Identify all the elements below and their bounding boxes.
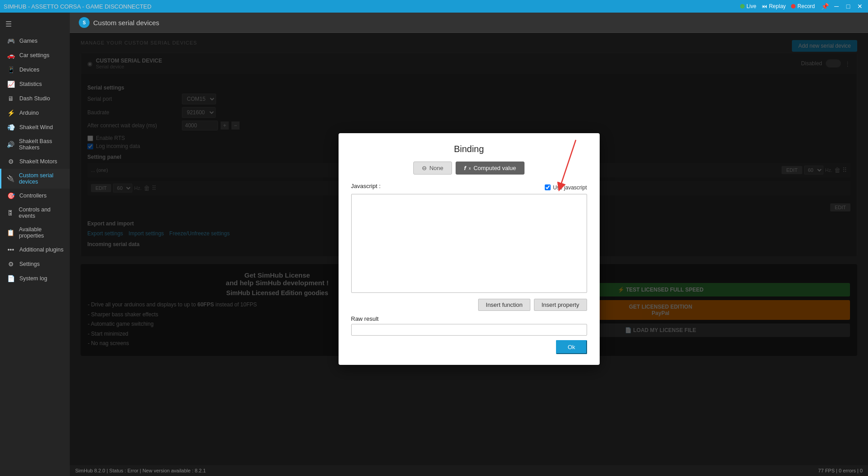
sidebar-item-shakelt-motors[interactable]: ⚙ ShakeIt Motors — [0, 154, 70, 169]
tab-computed[interactable]: fx Computed value — [456, 162, 525, 175]
statusbar-right: 77 FPS | 0 errors | 0 — [818, 468, 863, 473]
sidebar-item-controls-events[interactable]: 🎛 Controls and events — [0, 203, 70, 223]
sidebar-item-dash-studio[interactable]: 🖥 Dash Studio — [0, 91, 70, 106]
app-layout: ☰ 🎮 Games 🚗 Car settings 📱 Devices 📈 Sta… — [0, 13, 868, 476]
binding-modal: Binding ⊖ None fx Computed value Javascr… — [339, 133, 600, 365]
props-icon: 📋 — [7, 229, 14, 236]
insert-buttons: Insert function Insert property — [351, 299, 587, 311]
tab-none[interactable]: ⊖ None — [413, 162, 452, 175]
sidebar-item-statistics[interactable]: 📈 Statistics — [0, 77, 70, 91]
sidebar-item-arduino[interactable]: ⚡ Arduino — [0, 106, 70, 120]
sidebar-item-games[interactable]: 🎮 Games — [0, 34, 70, 48]
use-javascript-checkbox[interactable] — [545, 184, 551, 190]
statistics-icon: 📈 — [7, 81, 15, 88]
sidebar-item-car-settings[interactable]: 🚗 Car settings — [0, 48, 70, 63]
log-icon: 📄 — [7, 275, 15, 282]
statusbar-left: SimHub 8.2.0 | Status : Error | New vers… — [75, 468, 206, 473]
sidebar-item-additional-plugins[interactable]: ••• Additional plugins — [0, 242, 70, 257]
car-icon: 🚗 — [7, 52, 15, 59]
app-logo: S — [79, 17, 90, 28]
dash-studio-icon: 🖥 — [7, 95, 15, 102]
motors-icon: ⚙ — [7, 158, 15, 165]
pin-button[interactable]: 📌 — [820, 3, 829, 10]
sidebar-item-custom-serial[interactable]: 🔌 Custom serial devices — [0, 169, 70, 189]
sidebar-item-available-props[interactable]: 📋 Available properties — [0, 223, 70, 242]
sidebar-item-shakelt-bass[interactable]: 🔊 ShakeIt Bass Shakers — [0, 135, 70, 154]
fx-sub: x — [469, 166, 471, 171]
sidebar-item-devices[interactable]: 📱 Devices — [0, 63, 70, 77]
controls-icon: 🎛 — [7, 209, 14, 216]
modal-title: Binding — [351, 144, 587, 154]
sidebar: ☰ 🎮 Games 🚗 Car settings 📱 Devices 📈 Sta… — [0, 13, 70, 476]
use-javascript-label[interactable]: Use javascript — [545, 184, 587, 191]
insert-function-button[interactable]: Insert function — [478, 299, 530, 311]
replay-icon: ⏮ — [762, 3, 767, 9]
sidebar-header: ☰ — [0, 16, 70, 32]
content-area: MANAGE YOUR CUSTOM SERIAL DEVICES Add ne… — [70, 33, 868, 465]
maximize-button[interactable]: □ — [844, 3, 853, 10]
fx-icon: f — [464, 165, 466, 171]
raw-result-label: Raw result — [351, 315, 587, 322]
none-icon: ⊖ — [422, 165, 427, 171]
modal-overlay: Binding ⊖ None fx Computed value Javascr… — [70, 33, 868, 465]
bass-icon: 🔊 — [7, 141, 14, 148]
arduino-icon: ⚡ — [7, 109, 15, 117]
section-title: Custom serial devices — [93, 19, 159, 27]
js-label: Javascript : — [351, 183, 381, 189]
settings-icon: ⚙ — [7, 260, 15, 268]
app-title: SIMHUB - ASSETTO CORSA - GAME DISCONNECT… — [4, 3, 151, 10]
insert-property-button[interactable]: Insert property — [534, 299, 587, 311]
main-area: S Custom serial devices MANAGE YOUR CUST… — [70, 13, 868, 476]
devices-icon: 📱 — [7, 66, 15, 73]
logo-area: S Custom serial devices — [79, 17, 159, 28]
binding-tabs: ⊖ None fx Computed value — [351, 162, 587, 175]
window-controls: 📌 ─ □ ✕ — [820, 3, 864, 10]
sidebar-item-controllers[interactable]: 🎯 Controllers — [0, 189, 70, 203]
controllers-icon: 🎯 — [7, 192, 15, 199]
live-dot — [740, 4, 745, 9]
close-button[interactable]: ✕ — [855, 3, 864, 10]
record-dot — [791, 4, 796, 9]
live-button[interactable]: Live — [740, 3, 756, 9]
sidebar-item-system-log[interactable]: 📄 System log — [0, 271, 70, 286]
js-textarea[interactable] — [351, 194, 587, 293]
statusbar: SimHub 8.2.0 | Status : Error | New vers… — [70, 465, 868, 476]
ok-button[interactable]: Ok — [556, 340, 587, 354]
minimize-button[interactable]: ─ — [832, 3, 841, 10]
wind-icon: 💨 — [7, 124, 15, 131]
custom-serial-icon: 🔌 — [7, 175, 14, 182]
sidebar-item-shakelt-wind[interactable]: 💨 ShakeIt Wind — [0, 120, 70, 135]
titlebar: SIMHUB - ASSETTO CORSA - GAME DISCONNECT… — [0, 0, 868, 13]
raw-result-input[interactable] — [351, 324, 587, 336]
sidebar-item-settings[interactable]: ⚙ Settings — [0, 257, 70, 271]
ok-row: Ok — [351, 336, 587, 354]
plugins-icon: ••• — [7, 246, 15, 253]
hamburger-icon[interactable]: ☰ — [5, 20, 12, 28]
record-button[interactable]: Record — [791, 3, 815, 9]
titlebar-controls: Live ⏮ Replay Record 📌 ─ □ ✕ — [740, 3, 864, 10]
replay-button[interactable]: ⏮ Replay — [762, 3, 786, 9]
content-header: S Custom serial devices — [70, 13, 868, 33]
games-icon: 🎮 — [7, 37, 15, 45]
js-header: Javascript : Use javascript — [351, 183, 587, 192]
